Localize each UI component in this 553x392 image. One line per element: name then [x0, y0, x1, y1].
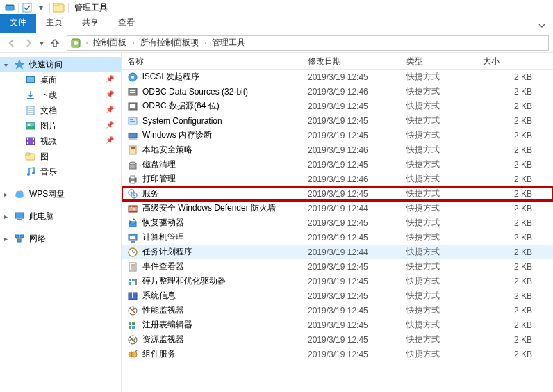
chevron-right-icon[interactable]: ›	[84, 39, 89, 47]
file-name-cell: 磁盘清理	[122, 158, 302, 170]
file-row[interactable]: 恢复驱动器2019/3/19 12:45快捷方式2 KB	[122, 215, 553, 230]
tab-file[interactable]: 文件	[0, 14, 36, 33]
ribbon-expand-icon[interactable]	[531, 19, 553, 33]
sidebar-item[interactable]: 文档📌	[0, 103, 121, 118]
file-type-cell: 快捷方式	[401, 188, 477, 199]
file-row[interactable]: 本地安全策略2019/3/19 12:46快捷方式2 KB	[122, 142, 553, 157]
chevron-right-icon[interactable]: ›	[203, 39, 208, 47]
sidebar-item[interactable]: 桌面📌	[0, 72, 121, 88]
file-row[interactable]: ODBC 数据源(64 位)2019/3/19 12:45快捷方式2 KB	[122, 99, 553, 113]
file-size-cell: 2 KB	[477, 131, 553, 140]
tab-view[interactable]: 查看	[108, 14, 145, 33]
file-name-label: 系统信息	[142, 290, 176, 302]
file-name-label: 本地安全策略	[142, 144, 192, 156]
file-row[interactable]: Windows 内存诊断2019/3/19 12:45快捷方式2 KB	[122, 128, 553, 142]
chevron-right-icon[interactable]: ▸	[4, 213, 8, 220]
file-size-cell: 2 KB	[477, 160, 553, 170]
odbc-icon	[127, 101, 138, 112]
file-name-label: System Configuration	[142, 116, 222, 126]
file-name-label: 恢复驱动器	[142, 217, 184, 229]
svg-rect-44	[130, 121, 135, 122]
sidebar-item-label: 网络	[29, 233, 46, 245]
file-name-cell: 碎片整理和优化驱动器	[122, 275, 302, 287]
file-size-cell: 2 KB	[477, 291, 553, 301]
file-row[interactable]: 打印管理2019/3/19 12:46快捷方式2 KB	[122, 172, 553, 186]
file-row[interactable]: 磁盘清理2019/3/19 12:45快捷方式2 KB	[122, 157, 553, 172]
file-row[interactable]: 任务计划程序2019/3/19 12:44快捷方式2 KB	[122, 245, 553, 259]
nav-history-dropdown[interactable]: ▾	[38, 38, 46, 48]
file-date-cell: 2019/3/19 12:45	[302, 277, 401, 286]
file-row[interactable]: 性能监视器2019/3/19 12:45快捷方式2 KB	[122, 303, 553, 318]
breadcrumb-seg-2[interactable]: 管理工具	[209, 36, 248, 49]
sidebar-item[interactable]: 音乐	[0, 164, 121, 179]
svg-rect-30	[17, 219, 22, 220]
sidebar-item[interactable]: 图片📌	[0, 118, 121, 133]
sidebar-item[interactable]: 图	[0, 149, 121, 164]
cleanup-icon	[127, 159, 138, 170]
column-header-date[interactable]: 修改日期	[302, 56, 401, 67]
file-size-cell: 2 KB	[477, 247, 553, 257]
tab-home[interactable]: 主页	[36, 14, 72, 33]
file-row[interactable]: System Configuration2019/3/19 12:45快捷方式2…	[122, 113, 553, 128]
sidebar-item[interactable]: 下载📌	[0, 88, 121, 103]
file-date-cell: 2019/3/19 12:44	[302, 247, 401, 257]
file-type-cell: 快捷方式	[401, 173, 477, 185]
qat-checkbox-icon[interactable]	[20, 1, 34, 14]
sidebar-wps[interactable]: ▸ WPS网盘	[0, 186, 121, 202]
file-type-cell: 快捷方式	[401, 202, 477, 214]
file-date-cell: 2019/3/19 12:45	[302, 233, 401, 243]
file-row[interactable]: 事件查看器2019/3/19 12:45快捷方式2 KB	[122, 259, 553, 274]
sidebar-this-pc[interactable]: ▸ 此电脑	[0, 209, 121, 224]
breadcrumb-seg-1[interactable]: 所有控制面板项	[138, 36, 201, 49]
address-bar[interactable]: › 控制面板 › 所有控制面板项 › 管理工具	[67, 35, 549, 51]
file-type-cell: 快捷方式	[401, 319, 477, 331]
svg-rect-17	[27, 138, 28, 140]
file-row[interactable]: 组件服务2019/3/19 12:45快捷方式2 KB	[122, 347, 553, 361]
file-row[interactable]: 高级安全 Windows Defender 防火墙2019/3/19 12:44…	[122, 201, 553, 215]
tab-share[interactable]: 共享	[72, 14, 108, 33]
sidebar-quick-access[interactable]: ▾ 快速访问	[0, 57, 121, 72]
this-pc-icon	[14, 211, 25, 222]
svg-rect-19	[27, 142, 28, 144]
svg-rect-43	[130, 119, 133, 120]
nav-back-button[interactable]	[4, 35, 19, 51]
file-row[interactable]: 碎片整理和优化驱动器2019/3/19 12:45快捷方式2 KB	[122, 274, 553, 288]
pin-icon: 📌	[106, 106, 114, 113]
nav-up-button[interactable]	[47, 35, 63, 51]
chevron-right-icon[interactable]: ▸	[4, 235, 8, 243]
file-size-cell: 2 KB	[477, 101, 553, 111]
file-row[interactable]: 计算机管理2019/3/19 12:45快捷方式2 KB	[122, 230, 553, 245]
column-header-name[interactable]: 名称	[122, 56, 302, 67]
systemmenu-icon[interactable]	[3, 1, 17, 14]
file-size-cell: 2 KB	[477, 116, 553, 126]
music-icon	[25, 166, 36, 177]
pin-icon: 📌	[106, 121, 114, 129]
memory-icon	[127, 130, 138, 141]
svg-rect-9	[27, 98, 34, 99]
chevron-down-icon[interactable]: ▾	[4, 61, 8, 69]
file-row[interactable]: ODBC Data Sources (32-bit)2019/3/19 12:4…	[122, 84, 553, 99]
sidebar-item[interactable]: 视频📌	[0, 133, 121, 149]
svg-rect-51	[131, 147, 135, 149]
breadcrumb-seg-0[interactable]: 控制面板	[90, 36, 129, 49]
chevron-right-icon[interactable]: ›	[131, 39, 135, 47]
file-name-cell: 高级安全 Windows Defender 防火墙	[122, 202, 302, 214]
qat-dropdown-icon[interactable]: ▾	[34, 1, 48, 14]
file-type-cell: 快捷方式	[401, 115, 477, 126]
file-row[interactable]: 服务2019/3/19 12:45快捷方式2 KB	[122, 186, 553, 201]
svg-point-35	[131, 76, 134, 79]
sidebar-network[interactable]: ▸ 网络	[0, 231, 121, 246]
chevron-right-icon[interactable]: ▸	[4, 190, 8, 198]
file-name-cell: ODBC 数据源(64 位)	[122, 100, 302, 112]
file-row[interactable]: iSCSI 发起程序2019/3/19 12:45快捷方式2 KB	[122, 70, 553, 84]
column-header-size[interactable]: 大小	[477, 56, 553, 67]
file-row[interactable]: 资源监视器2019/3/19 12:45快捷方式2 KB	[122, 332, 553, 347]
file-name-cell: Windows 内存诊断	[122, 129, 302, 141]
nav-forward-button[interactable]	[21, 35, 36, 51]
file-row[interactable]: i系统信息2019/3/19 12:45快捷方式2 KB	[122, 288, 553, 303]
folder-icon	[25, 151, 36, 162]
titlebar: ▾ 管理工具	[0, 0, 553, 15]
file-name-cell: i系统信息	[122, 290, 302, 302]
column-header-type[interactable]: 类型	[401, 56, 477, 67]
file-row[interactable]: 注册表编辑器2019/3/19 12:45快捷方式2 KB	[122, 318, 553, 332]
